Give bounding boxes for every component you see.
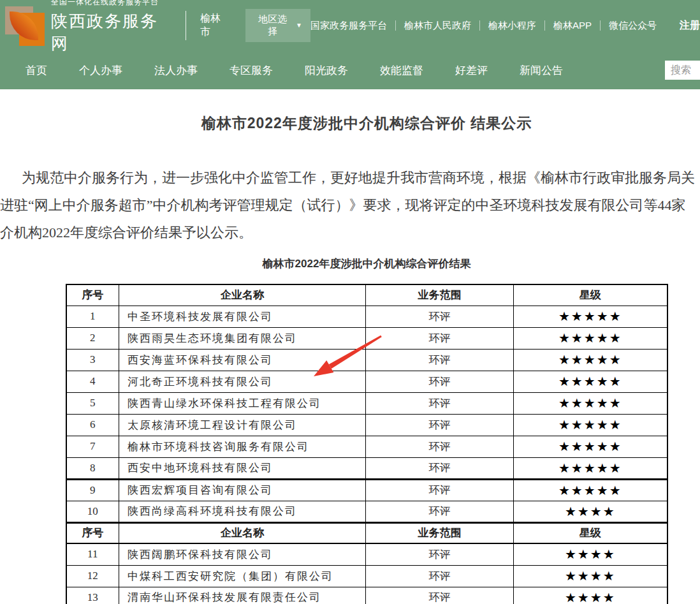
star-rating-cell: ★★★★ xyxy=(514,587,667,604)
page: { "colors": { "header_green": "#6b9b78",… xyxy=(0,0,700,604)
link-divider xyxy=(395,20,396,31)
table-row: 10陕西尚绿高科环境科技有限公司环评★★★★ xyxy=(66,501,667,522)
table-row: 8西安中地环境科技有限公司环评★★★★★ xyxy=(66,457,667,479)
business-scope-cell: 环评 xyxy=(366,457,514,479)
column-header: 星级 xyxy=(514,284,667,306)
nav-item[interactable]: 首页 xyxy=(26,63,47,78)
header-link[interactable]: 微信公众号 xyxy=(609,20,657,32)
row-number-cell: 11 xyxy=(66,543,119,565)
table-header-row: 序号企业名称业务范围星级 xyxy=(66,522,667,543)
star-rating-cell: ★★★★ xyxy=(514,543,667,565)
site-logo-icon[interactable] xyxy=(5,5,43,46)
header-link[interactable]: 榆林APP xyxy=(553,20,592,32)
star-rating-cell: ★★★★★ xyxy=(514,414,667,436)
red-arrow-annotation xyxy=(305,328,391,382)
announcement-page: 榆林市2022年度涉批中介机构综合评价 结果公示 为规范中介服务行为，进一步强化… xyxy=(0,89,700,604)
column-header: 企业名称 xyxy=(119,522,366,543)
table-row: 9陕西宏辉项目咨询有限公司环评★★★★★ xyxy=(66,479,667,501)
main-nav: 首页个人办事法人办事专区服务阳光政务效能监督好差评新闻公告 xyxy=(0,51,700,89)
table-row: 6太原核清环境工程设计有限公司环评★★★★★ xyxy=(66,414,667,436)
region-select-label: 地区选择 xyxy=(254,13,291,38)
star-rating-cell: ★★★★ xyxy=(514,501,667,522)
column-header: 业务范围 xyxy=(366,522,514,543)
row-number-cell: 8 xyxy=(66,457,119,479)
row-number-cell: 1 xyxy=(66,306,119,327)
nav-item[interactable]: 阳光政务 xyxy=(305,63,348,78)
header-link[interactable]: 榆林小程序 xyxy=(488,20,536,32)
star-rating-cell: ★★★★★ xyxy=(514,457,667,479)
link-divider xyxy=(600,20,601,31)
column-header: 星级 xyxy=(514,522,667,543)
business-scope-cell: 环评 xyxy=(366,479,514,501)
business-scope-cell: 环评 xyxy=(366,436,514,457)
nav-item[interactable]: 效能监督 xyxy=(380,63,423,78)
chevron-down-icon: ▼ xyxy=(296,22,302,29)
row-number-cell: 7 xyxy=(66,436,119,457)
table-row: 12中煤科工西安研究院（集团）有限公司环评★★★★ xyxy=(66,565,667,587)
row-number-cell: 12 xyxy=(66,565,119,587)
register-link[interactable]: 注册 xyxy=(680,19,700,33)
link-divider xyxy=(544,20,545,31)
platform-tagline: 全国一体化在线政务服务平台 xyxy=(51,0,174,8)
company-name-cell: 陕西宏辉项目咨询有限公司 xyxy=(119,479,366,501)
table-row: 11陕西阔鹏环保科技有限公司环评★★★★ xyxy=(66,543,667,565)
top-header: 全国一体化在线政务服务平台 陕西政务服务网 榆林市 地区选择 ▼ 国家政务服务平… xyxy=(0,0,700,51)
header-links: 国家政务服务平台榆林市人民政府榆林小程序榆林APP微信公众号 xyxy=(310,20,657,32)
search-input[interactable] xyxy=(665,61,700,80)
column-header: 企业名称 xyxy=(119,284,366,306)
link-divider xyxy=(479,20,480,31)
paragraph-line: 介机构2022年度综合评价结果予以公示。 xyxy=(0,219,700,246)
table-caption: 榆林市2022年度涉批中介机构综合评价结果 xyxy=(0,256,700,271)
column-header: 序号 xyxy=(66,522,119,543)
header-link[interactable]: 榆林市人民政府 xyxy=(404,20,471,32)
business-scope-cell: 环评 xyxy=(366,501,514,522)
company-name-cell: 榆林市环境科技咨询服务有限公司 xyxy=(119,436,366,457)
arrow-shaft xyxy=(329,335,382,369)
company-name-cell: 西安中地环境科技有限公司 xyxy=(119,457,366,479)
star-rating-cell: ★★★★★ xyxy=(514,371,667,392)
star-rating-cell: ★★★★★ xyxy=(514,479,667,501)
row-number-cell: 5 xyxy=(66,392,119,414)
business-scope-cell: 环评 xyxy=(366,414,514,436)
row-number-cell: 9 xyxy=(66,479,119,501)
row-number-cell: 13 xyxy=(66,587,119,604)
table-row: 7榆林市环境科技咨询服务有限公司环评★★★★★ xyxy=(66,436,667,457)
region-select-button[interactable]: 地区选择 ▼ xyxy=(245,9,310,42)
table-header-row: 序号企业名称业务范围星级 xyxy=(66,284,667,306)
company-name-cell: 陕西青山绿水环保科技工程有限公司 xyxy=(119,392,366,414)
page-title: 榆林市2022年度涉批中介机构综合评价 结果公示 xyxy=(0,114,700,133)
business-scope-cell: 环评 xyxy=(366,392,514,414)
header-link[interactable]: 国家政务服务平台 xyxy=(310,20,387,32)
row-number-cell: 4 xyxy=(66,371,119,392)
row-number-cell: 2 xyxy=(66,327,119,349)
star-rating-cell: ★★★★★ xyxy=(514,327,667,349)
business-scope-cell: 环评 xyxy=(366,306,514,327)
star-rating-cell: ★★★★★ xyxy=(514,392,667,414)
company-name-cell: 太原核清环境工程设计有限公司 xyxy=(119,414,366,436)
nav-items: 首页个人办事法人办事专区服务阳光政务效能监督好差评新闻公告 xyxy=(26,63,595,78)
current-city[interactable]: 榆林市 xyxy=(200,12,230,39)
announcement-body: 为规范中介服务行为，进一步强化中介监管工作，更好地提升我市营商环境，根据《榆林市… xyxy=(0,164,700,246)
table-row: 5陕西青山绿水环保科技工程有限公司环评★★★★★ xyxy=(66,392,667,414)
nav-item[interactable]: 新闻公告 xyxy=(520,63,563,78)
business-scope-cell: 环评 xyxy=(366,543,514,565)
company-name-cell: 中圣环境科技发展有限公司 xyxy=(119,306,366,327)
company-name-cell: 渭南华山环保科技发展有限责任公司 xyxy=(119,587,366,604)
table-row: 1中圣环境科技发展有限公司环评★★★★★ xyxy=(66,306,667,327)
star-rating-cell: ★★★★★ xyxy=(514,436,667,457)
nav-item[interactable]: 法人办事 xyxy=(154,63,198,78)
company-name-cell: 陕西阔鹏环保科技有限公司 xyxy=(119,543,366,565)
business-scope-cell: 环评 xyxy=(366,587,514,604)
brand-text: 全国一体化在线政务服务平台 陕西政务服务网 xyxy=(51,0,174,55)
table-row: 13渭南华山环保科技发展有限责任公司环评★★★★ xyxy=(66,587,667,604)
business-scope-cell: 环评 xyxy=(366,565,514,587)
site-name: 陕西政务服务网 xyxy=(51,10,174,55)
company-name-cell: 陕西尚绿高科环境科技有限公司 xyxy=(119,501,366,522)
row-number-cell: 10 xyxy=(66,501,119,522)
nav-item[interactable]: 个人办事 xyxy=(79,63,122,78)
arrow-head xyxy=(314,360,333,376)
column-header: 业务范围 xyxy=(366,284,514,306)
nav-item[interactable]: 好差评 xyxy=(455,63,488,78)
nav-item[interactable]: 专区服务 xyxy=(230,63,273,78)
star-rating-cell: ★★★★★ xyxy=(514,349,667,371)
